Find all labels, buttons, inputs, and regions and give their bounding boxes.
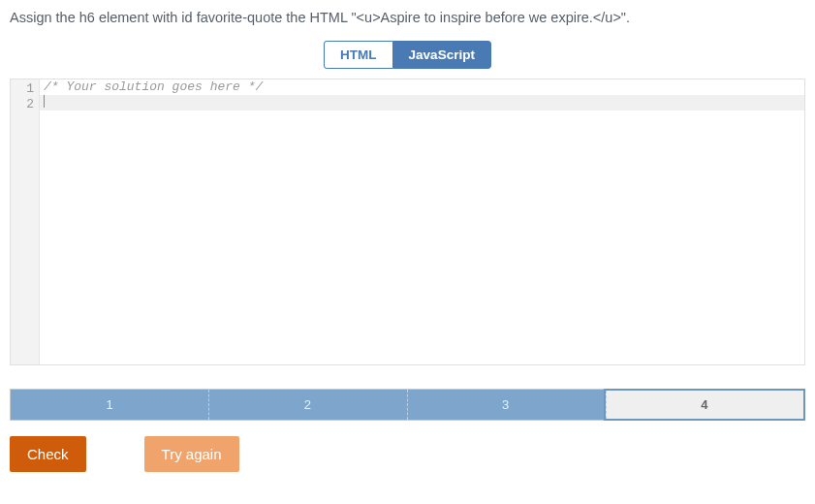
line-number: 1 <box>11 81 34 97</box>
progress-bar: 1 2 3 4 <box>10 389 805 421</box>
check-button[interactable]: Check <box>10 436 86 472</box>
try-again-button[interactable]: Try again <box>144 436 239 472</box>
tab-group: HTML JavaScript <box>324 41 491 69</box>
text-cursor <box>44 95 45 108</box>
progress-step-1[interactable]: 1 <box>11 390 208 420</box>
editor-gutter: 1 2 <box>11 79 40 364</box>
editor-line <box>40 95 804 110</box>
progress-step-2[interactable]: 2 <box>208 390 406 420</box>
progress-step-3[interactable]: 3 <box>407 390 605 420</box>
code-editor[interactable]: 1 2 /* Your solution goes here */ <box>10 79 805 365</box>
tab-row: HTML JavaScript <box>10 41 805 69</box>
line-number: 2 <box>11 97 34 112</box>
tab-html[interactable]: HTML <box>324 41 392 69</box>
code-comment: /* Your solution goes here */ <box>44 79 263 94</box>
action-buttons: Check Try again <box>10 436 805 472</box>
question-prompt: Assign the h6 element with id favorite-q… <box>10 8 805 27</box>
tab-javascript[interactable]: JavaScript <box>392 41 491 69</box>
editor-line: /* Your solution goes here */ <box>40 79 804 95</box>
editor-content[interactable]: /* Your solution goes here */ <box>40 79 804 364</box>
progress-step-4[interactable]: 4 <box>604 389 805 421</box>
